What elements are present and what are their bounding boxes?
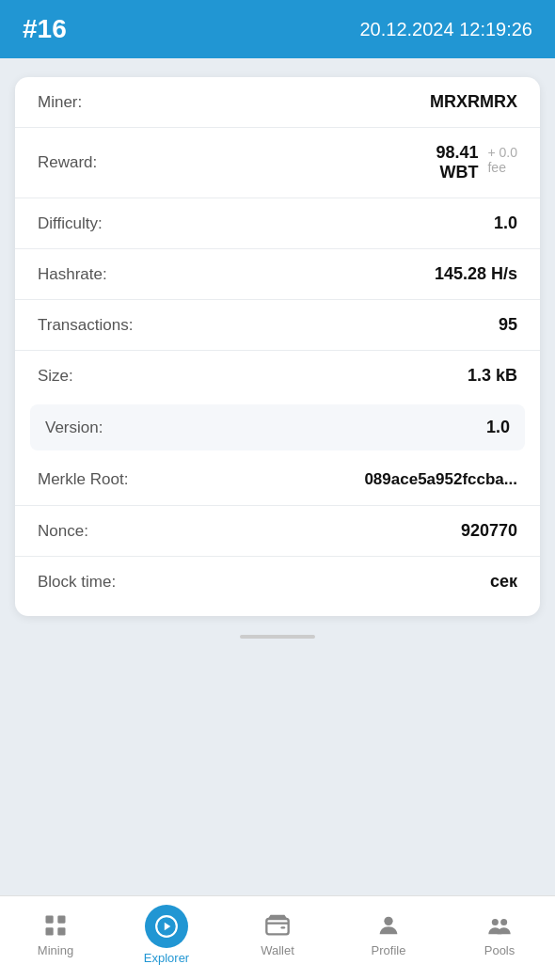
svg-rect-3 <box>57 927 65 935</box>
reward-label: Reward: <box>38 153 97 172</box>
svg-rect-0 <box>46 915 54 923</box>
pools-label: Pools <box>484 943 515 957</box>
merkle-label: Merkle Root: <box>38 469 128 490</box>
explorer-label: Explorer <box>144 951 189 965</box>
nav-item-mining[interactable]: Mining <box>18 912 93 957</box>
reward-fee: + 0.0 fee <box>487 145 517 175</box>
hashrate-row: Hashrate: 145.28 H/s <box>15 249 540 300</box>
block-id: #16 <box>23 14 67 44</box>
reward-fee-label: fee <box>487 160 505 175</box>
size-label: Size: <box>38 367 73 386</box>
profile-icon <box>375 912 402 939</box>
reward-row: Reward: 98.41 WBT + 0.0 fee <box>15 128 540 198</box>
svg-point-7 <box>384 916 392 925</box>
size-row: Size: 1.3 kB <box>15 351 540 401</box>
reward-amount: 98.41 <box>436 143 478 163</box>
reward-unit: WBT <box>439 163 478 182</box>
nonce-label: Nonce: <box>38 522 88 541</box>
wallet-icon <box>264 912 291 939</box>
reward-main: 98.41 WBT <box>436 143 478 182</box>
hashrate-value: 145.28 H/s <box>435 264 517 284</box>
blocktime-label: Block time: <box>38 573 116 592</box>
blocktime-value: сек <box>490 572 517 592</box>
hashrate-label: Hashrate: <box>38 265 107 284</box>
reward-value-wrap: 98.41 WBT + 0.0 fee <box>436 143 517 182</box>
scroll-indicator <box>240 635 315 639</box>
block-detail-card: Miner: MRXRMRX Reward: 98.41 WBT + 0.0 f… <box>15 77 540 616</box>
merkle-row: Merkle Root: 089ace5a952fccba... <box>15 454 540 506</box>
size-value: 1.3 kB <box>468 366 517 386</box>
block-datetime: 20.12.2024 12:19:26 <box>359 19 532 40</box>
difficulty-row: Difficulty: 1.0 <box>15 198 540 249</box>
bottom-navigation: Mining Explorer Wallet Profile <box>0 895 555 980</box>
difficulty-label: Difficulty: <box>38 214 103 233</box>
version-subcard: Version: 1.0 <box>30 404 525 450</box>
miner-value: MRXRMRX <box>430 92 517 112</box>
reward-fee-plus: + 0.0 <box>487 145 517 160</box>
profile-label: Profile <box>372 943 406 957</box>
svg-point-9 <box>500 919 507 925</box>
version-label: Version: <box>45 419 103 437</box>
svg-rect-6 <box>266 919 288 934</box>
svg-rect-2 <box>46 927 54 935</box>
miner-label: Miner: <box>38 93 82 112</box>
block-header: #16 20.12.2024 12:19:26 <box>0 0 555 58</box>
transactions-value: 95 <box>499 315 517 335</box>
nav-item-explorer[interactable]: Explorer <box>129 905 204 965</box>
mining-icon <box>42 912 69 939</box>
svg-point-8 <box>492 919 499 925</box>
transactions-row: Transactions: 95 <box>15 300 540 351</box>
version-value: 1.0 <box>486 418 510 437</box>
nonce-row: Nonce: 920770 <box>15 506 540 557</box>
svg-marker-5 <box>165 922 171 930</box>
miner-row: Miner: MRXRMRX <box>15 77 540 128</box>
nonce-value: 920770 <box>461 521 517 541</box>
mining-label: Mining <box>38 943 73 957</box>
blocktime-row: Block time: сек <box>15 557 540 607</box>
nav-item-wallet[interactable]: Wallet <box>240 912 315 957</box>
nav-item-pools[interactable]: Pools <box>462 912 537 957</box>
nav-item-profile[interactable]: Profile <box>351 912 426 957</box>
svg-rect-1 <box>57 915 65 923</box>
explorer-circle <box>145 905 188 948</box>
difficulty-value: 1.0 <box>494 213 517 233</box>
merkle-value: 089ace5a952fccba... <box>364 470 517 489</box>
transactions-label: Transactions: <box>38 316 133 335</box>
explorer-icon <box>154 914 179 939</box>
pools-icon <box>486 912 513 939</box>
wallet-label: Wallet <box>261 943 294 957</box>
